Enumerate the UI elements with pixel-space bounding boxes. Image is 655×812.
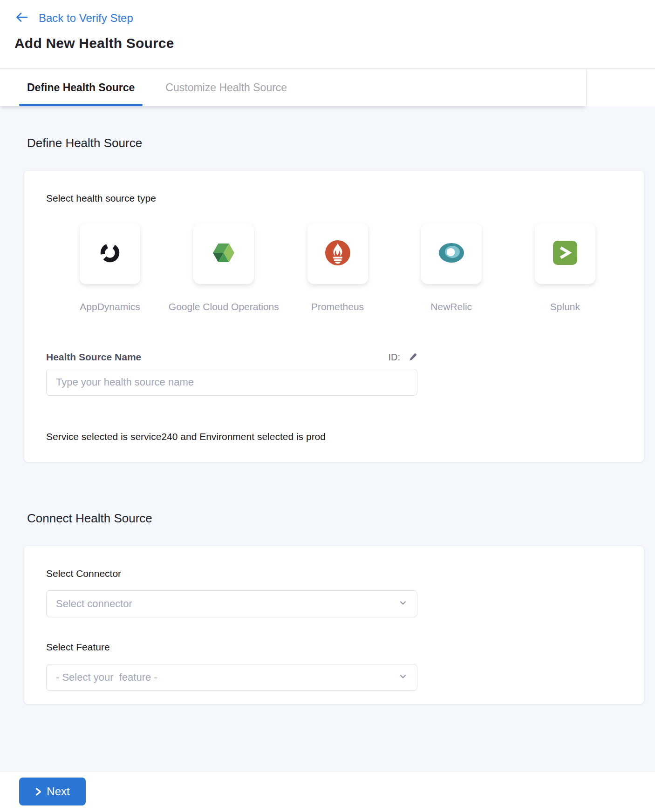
health-source-name-input[interactable] — [46, 369, 417, 396]
define-section-heading: Define Health Source — [27, 136, 655, 150]
source-type-appdynamics[interactable] — [80, 223, 140, 284]
add-health-source-page: Back to Verify Step Add New Health Sourc… — [0, 0, 655, 812]
source-type-label: AppDynamics — [80, 301, 140, 312]
source-type-grid: AppDynamics Google Cloud — [53, 223, 622, 312]
back-link-label: Back to Verify Step — [39, 12, 133, 25]
source-type-splunk[interactable] — [535, 223, 595, 284]
source-type-cell-gco: Google Cloud Operations — [167, 223, 280, 312]
connect-section-heading: Connect Health Source — [27, 511, 655, 526]
source-type-label: NewRelic — [430, 301, 472, 312]
source-type-cell-splunk: Splunk — [508, 223, 622, 312]
chevron-right-icon — [35, 787, 42, 796]
footer: Next — [0, 771, 655, 812]
header-top: Back to Verify Step Add New Health Sourc… — [0, 0, 655, 68]
health-source-name-label: Health Source Name — [46, 352, 141, 363]
source-type-cell-prometheus: Prometheus — [280, 223, 394, 312]
appdynamics-icon — [99, 242, 121, 265]
tab-customize-label: Customize Health Source — [165, 81, 287, 94]
back-link[interactable]: Back to Verify Step — [15, 11, 133, 25]
connector-select-value: Select connector — [56, 598, 132, 610]
feature-select-value: - Select your feature - — [56, 671, 157, 683]
newrelic-icon — [438, 243, 464, 265]
tab-define-health-source[interactable]: Define Health Source — [19, 69, 143, 106]
header-right-spacer — [586, 69, 655, 106]
tab-define-label: Define Health Source — [27, 81, 135, 94]
source-type-prometheus[interactable] — [307, 223, 368, 284]
tab-bar-row: Define Health Source Customize Health So… — [0, 68, 655, 106]
select-type-label: Select health source type — [46, 193, 622, 204]
source-type-cell-appdynamics: AppDynamics — [53, 223, 167, 312]
page-title: Add New Health Source — [14, 35, 655, 51]
source-type-label: Google Cloud Operations — [169, 301, 279, 312]
google-cloud-operations-icon — [212, 241, 236, 267]
source-type-google-cloud-operations[interactable] — [193, 223, 254, 284]
source-type-label: Splunk — [550, 301, 580, 312]
id-label: ID: — [388, 352, 400, 363]
define-health-source-card: Select health source type AppDynamics — [24, 171, 644, 462]
feature-select[interactable]: - Select your feature - — [46, 664, 417, 691]
service-environment-text: Service selected is service240 and Envir… — [46, 431, 622, 442]
prometheus-icon — [325, 240, 350, 267]
next-button-label: Next — [47, 785, 69, 798]
tab-bar: Define Health Source Customize Health So… — [0, 69, 586, 106]
back-arrow-icon — [15, 11, 28, 25]
edit-id-icon[interactable] — [408, 352, 417, 362]
source-type-newrelic[interactable] — [421, 223, 482, 284]
select-connector-label: Select Connector — [46, 568, 622, 579]
source-type-label: Prometheus — [311, 301, 364, 312]
next-button[interactable]: Next — [19, 778, 86, 805]
id-group: ID: — [388, 352, 417, 363]
splunk-icon — [553, 241, 577, 267]
select-feature-label: Select Feature — [46, 642, 622, 653]
page-header: Back to Verify Step Add New Health Sourc… — [0, 0, 655, 106]
connect-health-source-card: Select Connector Select connector Select… — [24, 546, 644, 704]
tab-customize-health-source[interactable]: Customize Health Source — [157, 69, 295, 106]
connector-select[interactable]: Select connector — [46, 590, 417, 617]
main-content: Define Health Source Select health sourc… — [0, 106, 655, 771]
source-type-cell-newrelic: NewRelic — [395, 223, 508, 312]
chevron-down-icon — [398, 672, 408, 683]
active-tab-underline — [19, 104, 143, 106]
chevron-down-icon — [398, 598, 408, 609]
health-source-name-row: Health Source Name ID: — [46, 352, 417, 363]
